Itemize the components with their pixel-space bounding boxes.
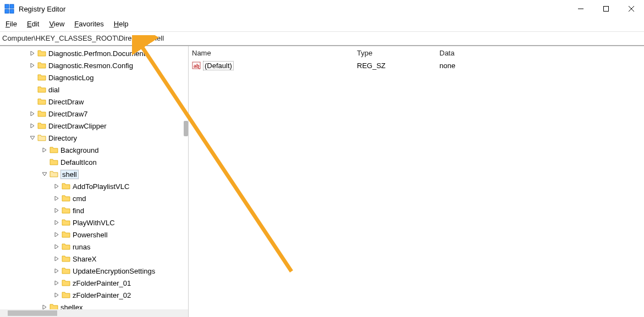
tree-node[interactable]: DiagnosticLog xyxy=(0,71,188,84)
tree-node[interactable]: dial xyxy=(0,84,188,96)
tree-node-label[interactable]: PlayWithVLC xyxy=(73,219,115,227)
chevron-right-icon[interactable] xyxy=(53,269,60,273)
menu-view[interactable]: View xyxy=(49,20,64,28)
chevron-right-icon[interactable] xyxy=(53,220,60,225)
tree-node[interactable]: Background xyxy=(0,144,188,156)
tree-node-label[interactable]: UpdateEncryptionSettings xyxy=(73,267,155,275)
tree-node-label[interactable]: find xyxy=(73,207,84,215)
tree-node-label[interactable]: runas xyxy=(73,243,91,251)
folder-icon xyxy=(49,158,58,166)
string-value-icon: ab xyxy=(192,61,201,70)
chevron-right-icon[interactable] xyxy=(53,293,60,297)
tree-pane[interactable]: Diagnostic.Perfmon.DocumentDiagnostic.Re… xyxy=(0,46,189,317)
column-type[interactable]: Type xyxy=(357,49,439,57)
tree-node-label[interactable]: DirectDraw xyxy=(48,98,84,106)
chevron-right-icon[interactable] xyxy=(53,196,60,201)
tree-node-label[interactable]: Powershell xyxy=(73,231,108,239)
address-bar[interactable]: Computer\HKEY_CLASSES_ROOT\Directory\she… xyxy=(0,32,644,46)
tree-node-label[interactable]: Background xyxy=(60,146,98,154)
tree-node[interactable]: UpdateEncryptionSettings xyxy=(0,265,188,277)
folder-icon xyxy=(62,255,70,263)
tree-node[interactable]: Powershell xyxy=(0,229,188,241)
svg-rect-1 xyxy=(10,4,14,8)
tree-node[interactable]: Diagnostic.Resmon.Config xyxy=(0,59,188,71)
tree-node[interactable]: DirectDrawClipper xyxy=(0,120,188,132)
tree-node[interactable]: cmd xyxy=(0,192,188,204)
tree-node[interactable]: ShareX xyxy=(0,253,188,265)
tree-node[interactable]: PlayWithVLC xyxy=(0,216,188,229)
tree-node[interactable]: runas xyxy=(0,241,188,253)
tree-node-label[interactable]: dial xyxy=(48,86,59,94)
folder-icon xyxy=(62,219,70,226)
tree-node-label[interactable]: shell xyxy=(60,170,79,179)
folder-icon xyxy=(37,110,46,118)
svg-rect-2 xyxy=(5,9,9,13)
minimize-button[interactable] xyxy=(568,0,593,18)
maximize-button[interactable] xyxy=(593,0,619,18)
menu-help[interactable]: Help xyxy=(114,20,129,28)
tree-node[interactable]: DirectDraw xyxy=(0,96,188,108)
tree-node-label[interactable]: zFolderPainter_01 xyxy=(73,279,131,287)
folder-icon xyxy=(62,182,70,190)
menu-favorites[interactable]: Favorites xyxy=(74,20,103,28)
tree-node[interactable]: zFolderPainter_02 xyxy=(0,289,188,301)
folder-icon xyxy=(37,98,46,105)
folder-icon xyxy=(62,243,70,251)
tree-node-label[interactable]: DefaultIcon xyxy=(60,158,97,166)
value-name[interactable]: (Default) xyxy=(203,61,234,70)
chevron-right-icon[interactable] xyxy=(53,184,60,188)
close-button[interactable] xyxy=(619,0,644,18)
tree-node-label[interactable]: Diagnostic.Resmon.Config xyxy=(48,62,133,70)
list-row[interactable]: ab(Default)REG_SZnone xyxy=(189,59,644,71)
chevron-right-icon[interactable] xyxy=(53,232,60,237)
tree-node-label[interactable]: Directory xyxy=(48,134,77,142)
panes: Diagnostic.Perfmon.DocumentDiagnostic.Re… xyxy=(0,46,644,317)
menu-edit[interactable]: Edit xyxy=(27,20,39,28)
splitter-handle[interactable] xyxy=(184,121,188,136)
menu-file[interactable]: File xyxy=(5,20,17,28)
chevron-right-icon[interactable] xyxy=(29,112,36,116)
tree-node[interactable]: DirectDraw7 xyxy=(0,108,188,120)
tree-node[interactable]: find xyxy=(0,204,188,216)
tree-node-label[interactable]: DirectDrawClipper xyxy=(48,122,106,130)
tree-node-label[interactable]: cmd xyxy=(73,194,86,203)
folder-icon xyxy=(37,62,46,69)
chevron-right-icon[interactable] xyxy=(53,257,60,261)
chevron-down-icon[interactable] xyxy=(41,172,48,176)
tree-node-label[interactable]: DiagnosticLog xyxy=(48,74,93,82)
column-name[interactable]: Name xyxy=(192,49,357,57)
tree-node[interactable]: shell xyxy=(0,168,188,180)
tree-node-label[interactable]: Diagnostic.Perfmon.Document xyxy=(48,49,145,58)
tree-node[interactable]: Directory xyxy=(0,132,188,144)
column-data[interactable]: Data xyxy=(439,49,644,57)
tree-node-label[interactable]: AddToPlaylistVLC xyxy=(73,182,129,191)
chevron-right-icon[interactable] xyxy=(29,51,36,55)
list-pane[interactable]: Name Type Data ab(Default)REG_SZnone xyxy=(189,46,644,317)
folder-icon xyxy=(62,207,70,214)
menubar: File Edit View Favorites Help xyxy=(0,18,644,32)
folder-icon xyxy=(62,279,70,287)
tree-node[interactable]: AddToPlaylistVLC xyxy=(0,180,188,192)
svg-rect-5 xyxy=(604,7,609,12)
tree-node-label[interactable]: ShareX xyxy=(73,255,96,263)
tree-node[interactable]: DefaultIcon xyxy=(0,156,188,168)
folder-icon xyxy=(62,231,70,238)
chevron-right-icon[interactable] xyxy=(53,208,60,213)
app-title: Registry Editor xyxy=(19,5,65,13)
chevron-right-icon[interactable] xyxy=(29,124,36,128)
chevron-right-icon[interactable] xyxy=(53,244,60,249)
horizontal-scrollbar[interactable] xyxy=(0,309,189,317)
tree-node-label[interactable]: zFolderPainter_02 xyxy=(73,291,131,299)
folder-icon xyxy=(62,291,70,299)
chevron-right-icon[interactable] xyxy=(53,281,60,285)
tree-node[interactable]: zFolderPainter_01 xyxy=(0,277,188,289)
chevron-down-icon[interactable] xyxy=(29,136,36,140)
tree-node-label[interactable]: DirectDraw7 xyxy=(48,110,88,118)
svg-rect-3 xyxy=(10,9,14,13)
chevron-right-icon[interactable] xyxy=(41,148,48,152)
chevron-right-icon[interactable] xyxy=(41,305,48,309)
titlebar: Registry Editor xyxy=(0,0,644,18)
tree-node[interactable]: Diagnostic.Perfmon.Document xyxy=(0,47,188,59)
scrollbar-thumb[interactable] xyxy=(8,310,57,316)
chevron-right-icon[interactable] xyxy=(29,63,36,68)
